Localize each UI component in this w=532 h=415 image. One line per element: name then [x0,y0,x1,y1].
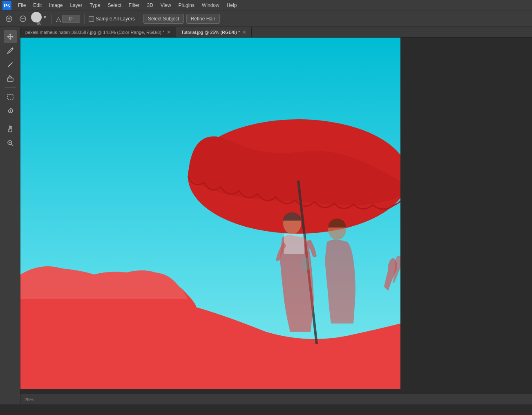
menu-item-layer[interactable]: Layer [67,2,85,9]
sample-all-layers-container: Sample All Layers [89,16,135,22]
tab-file2[interactable]: Tutorial.jpg @ 25% (RGB/8) * ✕ [176,27,252,37]
lasso-tool[interactable] [4,104,17,117]
eraser-tool[interactable] [4,72,17,85]
svg-rect-15 [20,344,400,389]
menu-item-file[interactable]: File [15,2,29,9]
menu-item-filter[interactable]: Filter [125,2,143,9]
tool-separator-1 [4,87,16,88]
svg-text:Ps: Ps [4,2,10,9]
tabs-bar: pexels-matheus-natan-3683587.jpg @ 14.8%… [20,27,532,38]
select-rect-tool[interactable] [4,90,17,103]
menu-item-select[interactable]: Select [104,2,124,9]
svg-rect-20 [302,258,308,270]
zoom-level: 25% [25,397,34,402]
select-subject-button[interactable]: Select Subject [143,14,184,24]
menu-item-3d[interactable]: 3D [143,2,156,9]
svg-point-7 [11,48,13,49]
paintbrush-tool[interactable] [4,44,17,57]
image-canvas [20,38,400,389]
tab-file1-label: pexels-matheus-natan-3683587.jpg @ 14.8%… [25,30,164,35]
menu-item-window[interactable]: Window [199,2,223,9]
angle-icon: △ [56,15,61,23]
angle-input[interactable] [62,15,80,23]
tab-file1-close[interactable]: ✕ [167,29,171,35]
menu-item-edit[interactable]: Edit [30,2,45,9]
svg-rect-9 [7,95,13,99]
tab-file2-close[interactable]: ✕ [242,29,246,35]
zoom-tool[interactable] [4,136,17,149]
menu-item-type[interactable]: Type [86,2,103,9]
menu-item-plugins[interactable]: Plugins [175,2,198,9]
separator-1 [51,14,52,24]
options-bar: ▼ 90 △ Sample All Layers Select Subject … [0,11,532,27]
hand-tool[interactable] [4,123,17,136]
subtract-brush-icon[interactable] [17,13,29,25]
separator-3 [139,14,139,24]
canvas-viewport[interactable] [20,38,532,394]
menu-item-help[interactable]: Help [224,2,240,9]
tab-file2-label: Tutorial.jpg @ 25% (RGB/8) * [181,30,240,35]
refine-hair-button[interactable]: Refine Hair [186,14,220,24]
tool-separator-2 [4,120,16,120]
ps-logo: Ps [2,1,11,10]
menu-item-image[interactable]: Image [46,2,66,9]
main-layout: pexels-matheus-natan-3683587.jpg @ 14.8%… [0,27,532,404]
sample-all-layers-checkbox[interactable] [89,16,94,22]
menu-item-view[interactable]: View [157,2,174,9]
menu-bar: Ps File Edit Image Layer Type Select Fil… [0,0,532,11]
separator-2 [84,14,85,24]
brush-preview [31,12,42,22]
sample-all-layers-label: Sample All Layers [96,16,135,22]
brush-preview-container[interactable]: ▼ 90 [31,12,47,26]
angle-container: △ [56,15,80,23]
svg-rect-8 [7,78,13,81]
status-bar: 25% [20,394,532,404]
brush-tool[interactable] [4,58,17,71]
canvas-area: pexels-matheus-natan-3683587.jpg @ 14.8%… [20,27,532,404]
left-toolbar [0,27,20,404]
move-tool[interactable] [4,30,17,43]
add-brush-icon[interactable] [3,13,15,25]
svg-line-11 [11,144,13,146]
svg-rect-18 [284,234,304,254]
tab-file1[interactable]: pexels-matheus-natan-3683587.jpg @ 14.8%… [20,27,176,37]
